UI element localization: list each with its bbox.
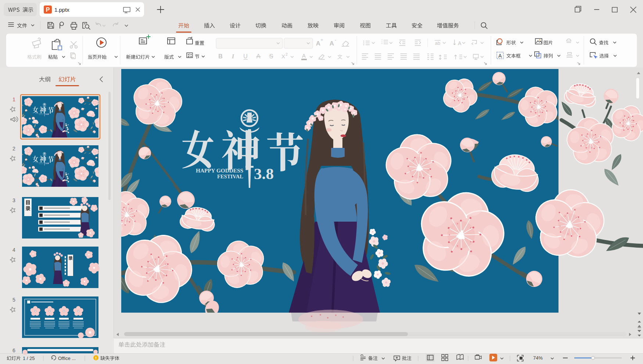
svg-text:I: I xyxy=(231,53,234,59)
svg-text:2: 2 xyxy=(285,52,288,57)
svg-text:+: + xyxy=(320,37,323,43)
svg-text:1 / 25: 1 / 25 xyxy=(23,356,35,361)
svg-text:-: - xyxy=(335,37,337,43)
svg-text:U: U xyxy=(243,53,248,59)
svg-text:A: A xyxy=(316,40,320,47)
svg-text:A: A xyxy=(330,40,334,47)
svg-text:P: P xyxy=(46,7,50,13)
svg-text:3: 3 xyxy=(12,197,15,203)
svg-text:2: 2 xyxy=(12,146,15,152)
svg-text:1.pptx: 1.pptx xyxy=(54,7,69,13)
svg-text:X: X xyxy=(281,53,285,59)
svg-text:A: A xyxy=(498,53,502,59)
svg-text:74%: 74% xyxy=(533,355,543,361)
svg-text:A: A xyxy=(302,52,306,59)
svg-text:1: 1 xyxy=(12,97,15,102)
svg-text:!: ! xyxy=(95,356,97,360)
svg-text:6: 6 xyxy=(12,347,15,353)
svg-text:B: B xyxy=(218,53,223,59)
svg-text:4: 4 xyxy=(12,247,15,253)
svg-text:Office ...: Office ... xyxy=(58,356,76,361)
svg-text:A: A xyxy=(458,40,461,46)
svg-text:ab: ab xyxy=(435,40,440,46)
svg-text:5: 5 xyxy=(12,297,15,303)
